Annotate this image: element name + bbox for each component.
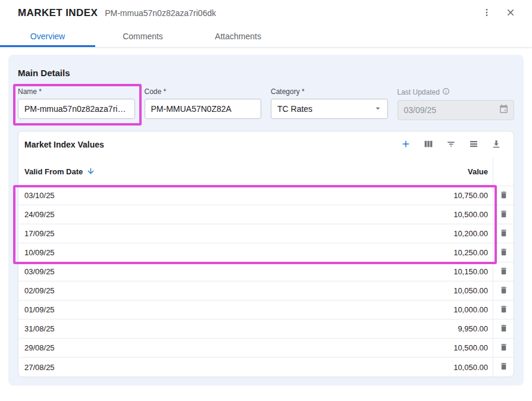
table-header-row: Valid From Date Value — [18, 158, 514, 186]
delete-row-button[interactable] — [496, 245, 511, 261]
trash-icon — [499, 343, 508, 353]
cell-valid-from-date: 01/09/25 — [18, 305, 362, 314]
download-icon — [491, 139, 502, 151]
table-row[interactable]: 10/09/25 10,250.00 — [18, 243, 514, 262]
cell-value: 9,950.00 — [362, 324, 493, 333]
dialog-header: MARKET INDEX PM-mmua57n0z82aza7ri06dk — [0, 0, 532, 26]
code-input[interactable] — [145, 99, 262, 119]
trash-icon — [499, 305, 508, 315]
filter-icon — [446, 139, 456, 151]
trash-icon — [499, 362, 508, 372]
cell-value: 10,050.00 — [362, 286, 493, 295]
download-button[interactable] — [487, 136, 505, 153]
record-id-subtitle: PM-mmua57n0z82aza7ri06dk — [105, 8, 216, 18]
cell-value: 10,200.00 — [362, 229, 493, 238]
trash-icon — [499, 228, 508, 239]
close-icon — [505, 7, 516, 20]
kebab-menu-button[interactable] — [477, 4, 496, 23]
trash-icon — [499, 286, 508, 296]
section-title: Main Details — [18, 68, 514, 78]
category-value: TC Rates — [277, 104, 312, 114]
chevron-down-icon — [373, 104, 383, 115]
cell-value: 10,000.00 — [362, 305, 493, 314]
category-select[interactable]: TC Rates — [271, 99, 388, 119]
delete-row-button[interactable] — [496, 226, 511, 242]
table-row[interactable]: 01/09/25 10,000.00 — [18, 300, 514, 319]
last-updated-input: 03/09/25 — [398, 100, 515, 120]
trash-icon — [499, 267, 508, 277]
cell-value: 10,150.00 — [362, 267, 493, 276]
cell-value: 10,500.00 — [362, 343, 493, 352]
cell-valid-from-date: 03/10/25 — [18, 191, 362, 200]
table-toolbar: Market Index Values — [18, 131, 514, 158]
delete-row-button[interactable] — [496, 283, 511, 299]
sort-desc-icon[interactable] — [86, 167, 95, 177]
code-field-group: Code * — [145, 87, 262, 120]
columns-button[interactable] — [420, 136, 437, 153]
delete-row-button[interactable] — [496, 207, 511, 223]
delete-row-button[interactable] — [496, 188, 511, 203]
category-label: Category * — [271, 87, 388, 96]
name-label: Name * — [18, 87, 135, 96]
table-body: 03/10/25 10,750.00 24/09/25 10,500.00 — [18, 186, 514, 377]
trash-icon — [499, 324, 508, 334]
delete-row-button[interactable] — [496, 321, 511, 337]
table-row[interactable]: 29/08/25 10,500.00 — [18, 339, 514, 358]
cell-valid-from-date: 27/08/25 — [18, 363, 362, 372]
table-row[interactable]: 03/09/25 10,150.00 — [18, 262, 514, 281]
close-button[interactable] — [501, 4, 520, 23]
table-row[interactable]: 03/10/25 10,750.00 — [18, 186, 514, 205]
density-icon — [468, 139, 479, 151]
cell-valid-from-date: 31/08/25 — [18, 324, 362, 333]
last-updated-label: Last Updated — [398, 87, 515, 97]
last-updated-value: 03/09/25 — [404, 105, 437, 115]
trash-icon — [499, 209, 508, 220]
trash-icon — [499, 190, 508, 201]
kebab-menu-icon — [482, 8, 492, 19]
last-updated-label-text: Last Updated — [398, 88, 440, 96]
delete-row-button[interactable] — [496, 359, 511, 375]
density-button[interactable] — [465, 136, 483, 153]
market-index-values-card: Market Index Values — [18, 131, 514, 377]
column-header-actions — [493, 158, 514, 186]
table-row[interactable]: 27/08/25 10,050.00 — [18, 358, 514, 377]
column-header-value[interactable]: Value — [362, 167, 493, 176]
trash-icon — [499, 248, 508, 258]
main-details-form: Name * Code * Category * TC Rates Last U… — [18, 87, 514, 120]
calendar-icon — [499, 104, 509, 116]
column-header-date[interactable]: Valid From Date — [24, 167, 83, 176]
tab-bar: Overview Comments Attachments — [0, 26, 532, 48]
cell-value: 10,750.00 — [362, 191, 493, 200]
table-title: Market Index Values — [24, 140, 104, 149]
tab-attachments[interactable]: Attachments — [190, 26, 286, 47]
cell-valid-from-date: 10/09/25 — [18, 248, 362, 257]
category-field-group: Category * TC Rates — [271, 87, 388, 120]
delete-row-button[interactable] — [496, 340, 511, 356]
code-label: Code * — [145, 87, 262, 96]
cell-valid-from-date: 29/08/25 — [18, 343, 362, 352]
cell-valid-from-date: 03/09/25 — [18, 267, 362, 276]
cell-valid-from-date: 02/09/25 — [18, 286, 362, 295]
plus-icon — [400, 139, 411, 151]
add-row-button[interactable] — [397, 136, 415, 153]
cell-value: 10,050.00 — [362, 363, 493, 372]
cell-value: 10,250.00 — [362, 248, 493, 257]
filter-button[interactable] — [442, 136, 460, 153]
table-row[interactable]: 31/08/25 9,950.00 — [18, 319, 514, 339]
cell-value: 10,500.00 — [362, 210, 493, 219]
name-input[interactable] — [18, 99, 135, 119]
cell-valid-from-date: 17/09/25 — [18, 229, 362, 238]
tab-overview[interactable]: Overview — [0, 26, 95, 47]
columns-icon — [423, 139, 434, 151]
delete-row-button[interactable] — [496, 264, 511, 280]
name-field-group: Name * — [18, 87, 135, 120]
table-row[interactable]: 02/09/25 10,050.00 — [18, 281, 514, 300]
last-updated-field-group: Last Updated 03/09/25 — [398, 87, 515, 120]
table-row[interactable]: 24/09/25 10,500.00 — [18, 205, 514, 224]
overview-panel: Main Details Name * Code * Category * TC… — [8, 55, 524, 386]
table-row[interactable]: 17/09/25 10,200.00 — [18, 224, 514, 243]
info-icon — [442, 87, 450, 97]
delete-row-button[interactable] — [496, 302, 511, 318]
page-title: MARKET INDEX — [18, 7, 98, 19]
tab-comments[interactable]: Comments — [95, 26, 190, 47]
